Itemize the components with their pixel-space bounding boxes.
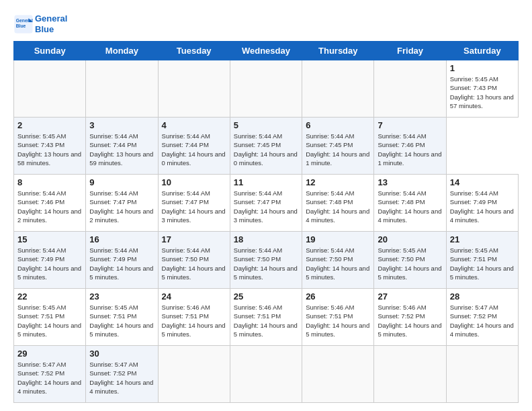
calendar-cell: 25Sunrise: 5:46 AMSunset: 7:51 PMDayligh…: [230, 289, 302, 346]
logo-icon: General Blue: [13, 14, 34, 34]
calendar-cell: 16Sunrise: 5:44 AMSunset: 7:49 PMDayligh…: [86, 232, 158, 289]
calendar-cell: 11Sunrise: 5:44 AMSunset: 7:47 PMDayligh…: [230, 175, 302, 232]
calendar-week-3: 8Sunrise: 5:44 AMSunset: 7:46 PMDaylight…: [14, 175, 519, 232]
day-number: 14: [450, 177, 515, 187]
day-info: Sunrise: 5:46 AMSunset: 7:51 PMDaylight:…: [306, 303, 370, 338]
day-header-thursday: Thursday: [302, 42, 374, 60]
day-header-tuesday: Tuesday: [158, 42, 230, 60]
day-info: Sunrise: 5:44 AMSunset: 7:48 PMDaylight:…: [378, 189, 442, 224]
day-info: Sunrise: 5:47 AMSunset: 7:52 PMDaylight:…: [450, 303, 515, 338]
calendar-cell: [158, 346, 230, 403]
calendar-week-1: 1Sunrise: 5:45 AMSunset: 7:43 PMDaylight…: [14, 60, 519, 118]
calendar-cell: 30Sunrise: 5:47 AMSunset: 7:52 PMDayligh…: [86, 346, 158, 403]
calendar-cell: 3Sunrise: 5:44 AMSunset: 7:44 PMDaylight…: [86, 118, 158, 175]
calendar-cell: 4Sunrise: 5:44 AMSunset: 7:44 PMDaylight…: [158, 118, 230, 175]
calendar-cell: [158, 60, 230, 118]
day-info: Sunrise: 5:44 AMSunset: 7:44 PMDaylight:…: [162, 132, 226, 167]
day-info: Sunrise: 5:44 AMSunset: 7:47 PMDaylight:…: [234, 189, 298, 224]
day-number: 28: [450, 291, 515, 302]
day-number: 18: [234, 234, 298, 244]
calendar-cell: 9Sunrise: 5:44 AMSunset: 7:47 PMDaylight…: [86, 175, 158, 232]
day-number: 15: [17, 234, 82, 244]
calendar-cell: 21Sunrise: 5:45 AMSunset: 7:51 PMDayligh…: [446, 232, 518, 289]
day-header-saturday: Saturday: [446, 42, 518, 60]
day-number: 4: [162, 120, 226, 130]
day-info: Sunrise: 5:44 AMSunset: 7:46 PMDaylight:…: [17, 189, 82, 224]
calendar-cell: 5Sunrise: 5:44 AMSunset: 7:45 PMDaylight…: [230, 118, 302, 175]
calendar-cell: 18Sunrise: 5:44 AMSunset: 7:50 PMDayligh…: [230, 232, 302, 289]
day-info: Sunrise: 5:44 AMSunset: 7:45 PMDaylight:…: [306, 132, 370, 167]
calendar-cell: [374, 60, 446, 118]
day-info: Sunrise: 5:44 AMSunset: 7:49 PMDaylight:…: [89, 246, 154, 281]
calendar-cell: [86, 60, 158, 118]
day-number: 30: [89, 349, 154, 359]
day-number: 29: [17, 349, 82, 359]
day-number: 2: [17, 120, 82, 130]
day-header-monday: Monday: [86, 42, 158, 60]
logo-text: General Blue: [35, 13, 67, 34]
day-info: Sunrise: 5:46 AMSunset: 7:51 PMDaylight:…: [162, 303, 226, 338]
day-info: Sunrise: 5:45 AMSunset: 7:50 PMDaylight:…: [378, 246, 442, 281]
day-info: Sunrise: 5:45 AMSunset: 7:51 PMDaylight:…: [17, 303, 82, 338]
day-info: Sunrise: 5:44 AMSunset: 7:45 PMDaylight:…: [234, 132, 298, 167]
day-number: 7: [378, 120, 442, 130]
calendar-cell: [230, 60, 302, 118]
calendar-cell: 17Sunrise: 5:44 AMSunset: 7:50 PMDayligh…: [158, 232, 230, 289]
day-info: Sunrise: 5:44 AMSunset: 7:50 PMDaylight:…: [306, 246, 370, 281]
day-number: 1: [450, 63, 515, 73]
day-number: 6: [306, 120, 370, 130]
day-info: Sunrise: 5:45 AMSunset: 7:51 PMDaylight:…: [89, 303, 154, 338]
calendar-cell: 1Sunrise: 5:45 AMSunset: 7:43 PMDaylight…: [446, 60, 518, 118]
day-info: Sunrise: 5:44 AMSunset: 7:49 PMDaylight:…: [450, 189, 515, 224]
day-info: Sunrise: 5:44 AMSunset: 7:44 PMDaylight:…: [89, 132, 154, 167]
svg-text:Blue: Blue: [16, 24, 26, 28]
calendar-week-4: 15Sunrise: 5:44 AMSunset: 7:49 PMDayligh…: [14, 232, 519, 289]
calendar-cell: [302, 60, 374, 118]
calendar-cell: 12Sunrise: 5:44 AMSunset: 7:48 PMDayligh…: [302, 175, 374, 232]
day-number: 13: [378, 177, 442, 187]
day-number: 27: [378, 291, 442, 302]
calendar-cell: 20Sunrise: 5:45 AMSunset: 7:50 PMDayligh…: [374, 232, 446, 289]
day-info: Sunrise: 5:45 AMSunset: 7:43 PMDaylight:…: [450, 75, 515, 110]
day-info: Sunrise: 5:44 AMSunset: 7:47 PMDaylight:…: [89, 189, 154, 224]
calendar-week-5: 22Sunrise: 5:45 AMSunset: 7:51 PMDayligh…: [14, 289, 519, 346]
calendar-table: SundayMondayTuesdayWednesdayThursdayFrid…: [13, 41, 519, 403]
calendar-week-6: 29Sunrise: 5:47 AMSunset: 7:52 PMDayligh…: [14, 346, 519, 403]
calendar-cell: [14, 60, 86, 118]
calendar-cell: 29Sunrise: 5:47 AMSunset: 7:52 PMDayligh…: [14, 346, 86, 403]
day-header-sunday: Sunday: [14, 42, 86, 60]
day-info: Sunrise: 5:46 AMSunset: 7:51 PMDaylight:…: [234, 303, 298, 338]
calendar-cell: 8Sunrise: 5:44 AMSunset: 7:46 PMDaylight…: [14, 175, 86, 232]
calendar-cell: 6Sunrise: 5:44 AMSunset: 7:45 PMDaylight…: [302, 118, 374, 175]
calendar-cell: 13Sunrise: 5:44 AMSunset: 7:48 PMDayligh…: [374, 175, 446, 232]
calendar-cell: [446, 346, 518, 403]
calendar-cell: 22Sunrise: 5:45 AMSunset: 7:51 PMDayligh…: [14, 289, 86, 346]
day-number: 11: [234, 177, 298, 187]
calendar-cell: 10Sunrise: 5:44 AMSunset: 7:47 PMDayligh…: [158, 175, 230, 232]
day-info: Sunrise: 5:44 AMSunset: 7:47 PMDaylight:…: [162, 189, 226, 224]
calendar-cell: 28Sunrise: 5:47 AMSunset: 7:52 PMDayligh…: [446, 289, 518, 346]
day-number: 5: [234, 120, 298, 130]
calendar-cell: [230, 346, 302, 403]
day-number: 9: [89, 177, 154, 187]
day-header-friday: Friday: [374, 42, 446, 60]
day-info: Sunrise: 5:46 AMSunset: 7:52 PMDaylight:…: [378, 303, 442, 338]
day-info: Sunrise: 5:44 AMSunset: 7:50 PMDaylight:…: [162, 246, 226, 281]
day-number: 8: [17, 177, 82, 187]
day-number: 20: [378, 234, 442, 244]
day-number: 21: [450, 234, 515, 244]
header: General Blue General Blue: [13, 13, 519, 34]
calendar-cell: [374, 346, 446, 403]
day-number: 26: [306, 291, 370, 302]
day-number: 16: [89, 234, 154, 244]
day-number: 17: [162, 234, 226, 244]
calendar-week-2: 2Sunrise: 5:45 AMSunset: 7:43 PMDaylight…: [14, 118, 519, 175]
day-info: Sunrise: 5:47 AMSunset: 7:52 PMDaylight:…: [89, 360, 154, 396]
day-info: Sunrise: 5:45 AMSunset: 7:43 PMDaylight:…: [17, 132, 82, 167]
day-number: 10: [162, 177, 226, 187]
calendar-cell: 23Sunrise: 5:45 AMSunset: 7:51 PMDayligh…: [86, 289, 158, 346]
calendar-cell: 26Sunrise: 5:46 AMSunset: 7:51 PMDayligh…: [302, 289, 374, 346]
logo: General Blue General Blue: [13, 13, 67, 34]
header-row: SundayMondayTuesdayWednesdayThursdayFrid…: [14, 42, 519, 60]
calendar-cell: 27Sunrise: 5:46 AMSunset: 7:52 PMDayligh…: [374, 289, 446, 346]
